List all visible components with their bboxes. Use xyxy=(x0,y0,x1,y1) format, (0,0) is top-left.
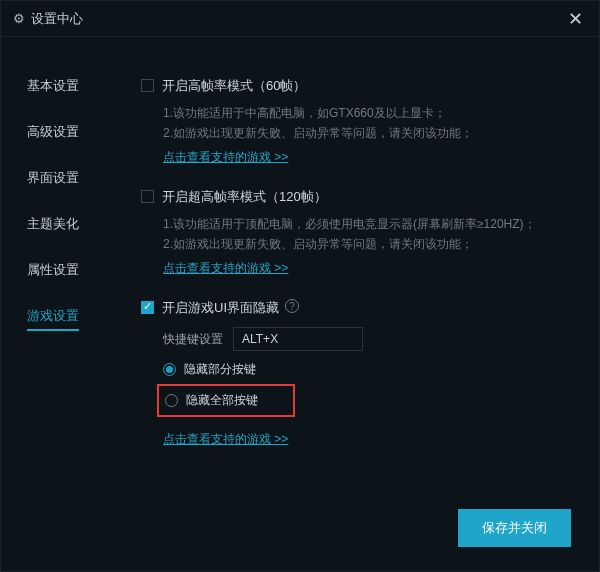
high-fps-title: 开启高帧率模式（60帧） xyxy=(162,77,306,95)
section-hide-ui: 开启游戏UI界面隐藏 ? 快捷键设置 隐藏部分按键 隐藏全部按键 点击查看支持的… xyxy=(141,299,579,448)
save-button[interactable]: 保存并关闭 xyxy=(458,509,571,547)
sidebar-item-advanced[interactable]: 高级设置 xyxy=(27,123,79,141)
radio-icon-all xyxy=(165,394,178,407)
sidebar-item-theme[interactable]: 主题美化 xyxy=(27,215,79,233)
checkbox-ultra-fps[interactable] xyxy=(141,190,154,203)
section-ultra-fps: 开启超高帧率模式（120帧） 1.该功能适用于顶配电脑，必须使用电竞显示器(屏幕… xyxy=(141,188,579,277)
ultra-fps-desc1: 1.该功能适用于顶配电脑，必须使用电竞显示器(屏幕刷新率≥120HZ)； xyxy=(163,214,579,234)
checkbox-high-fps[interactable] xyxy=(141,79,154,92)
high-fps-desc2: 2.如游戏出现更新失败、启动异常等问题，请关闭该功能； xyxy=(163,123,579,143)
sidebar-item-property[interactable]: 属性设置 xyxy=(27,261,79,279)
ultra-fps-link[interactable]: 点击查看支持的游戏 >> xyxy=(163,260,288,277)
ultra-fps-desc2: 2.如游戏出现更新失败、启动异常等问题，请关闭该功能； xyxy=(163,234,579,254)
sidebar-item-basic[interactable]: 基本设置 xyxy=(27,77,79,95)
close-icon[interactable]: ✕ xyxy=(564,8,587,30)
help-icon[interactable]: ? xyxy=(285,299,299,313)
radio-hide-partial[interactable]: 隐藏部分按键 xyxy=(163,361,579,378)
highlight-box: 隐藏全部按键 xyxy=(157,384,295,417)
high-fps-desc1: 1.该功能适用于中高配电脑，如GTX660及以上显卡； xyxy=(163,103,579,123)
window-title: 设置中心 xyxy=(31,10,83,28)
content-pane: 开启高帧率模式（60帧） 1.该功能适用于中高配电脑，如GTX660及以上显卡；… xyxy=(111,37,599,571)
shortcut-input[interactable] xyxy=(233,327,363,351)
radio-icon-partial xyxy=(163,363,176,376)
high-fps-link[interactable]: 点击查看支持的游戏 >> xyxy=(163,149,288,166)
radio-label-partial: 隐藏部分按键 xyxy=(184,361,256,378)
hide-ui-link[interactable]: 点击查看支持的游戏 >> xyxy=(163,431,288,448)
shortcut-label: 快捷键设置 xyxy=(163,331,223,348)
radio-hide-all[interactable]: 隐藏全部按键 xyxy=(165,392,279,409)
radio-label-all: 隐藏全部按键 xyxy=(186,392,258,409)
gear-icon: ⚙ xyxy=(13,11,25,26)
sidebar: 基本设置 高级设置 界面设置 主题美化 属性设置 游戏设置 xyxy=(1,37,111,571)
checkbox-hide-ui[interactable] xyxy=(141,301,154,314)
section-high-fps: 开启高帧率模式（60帧） 1.该功能适用于中高配电脑，如GTX660及以上显卡；… xyxy=(141,77,579,166)
sidebar-item-ui[interactable]: 界面设置 xyxy=(27,169,79,187)
hide-ui-title: 开启游戏UI界面隐藏 xyxy=(162,299,279,317)
ultra-fps-title: 开启超高帧率模式（120帧） xyxy=(162,188,327,206)
sidebar-item-game[interactable]: 游戏设置 xyxy=(27,307,79,331)
